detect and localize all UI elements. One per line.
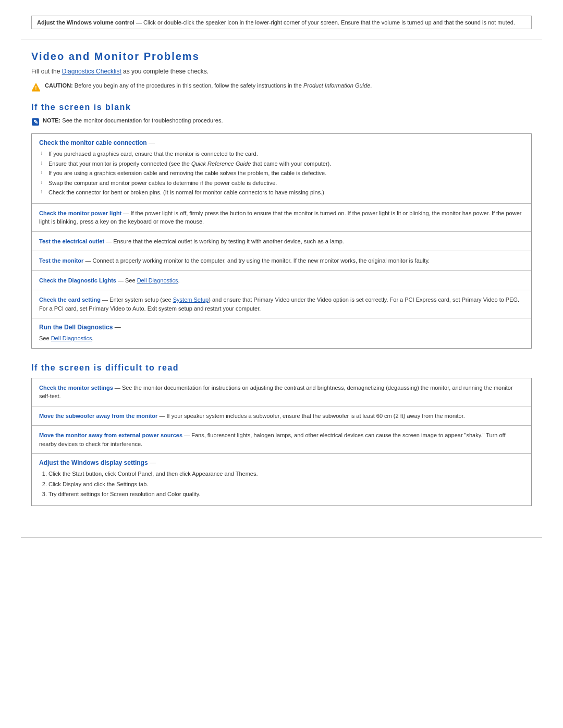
top-note-text: — Click or double-click the speaker icon… — [134, 19, 515, 26]
caution-end: . — [370, 82, 372, 89]
fill-out-prefix: Fill out the — [31, 68, 62, 75]
svg-text:✎: ✎ — [33, 119, 38, 125]
ordered-list-display: Click the Start button, click Control Pa… — [48, 470, 524, 499]
list-item: Ensure that your monitor is properly con… — [41, 159, 524, 168]
card-run-dell-body: See Dell Diagnostics. — [39, 334, 524, 343]
card-monitor-settings-body: Check the monitor settings — See the mon… — [39, 384, 524, 401]
bottom-divider — [21, 537, 542, 538]
card-electrical-outlet-title: Test the electrical outlet — [39, 238, 104, 244]
card-electrical-outlet-body: Test the electrical outlet — Ensure that… — [39, 237, 524, 246]
caution-italic: Product Information Guide — [303, 82, 370, 89]
note-icon: ✎ — [31, 118, 40, 126]
card-test-monitor-title: Test the monitor — [39, 257, 83, 264]
system-setup-link[interactable]: System Setup — [173, 297, 209, 303]
dell-diagnostics-link-1[interactable]: Dell Diagnostics — [137, 277, 178, 283]
card-diagnostic-lights-title: Check the Diagnostic Lights — [39, 277, 116, 283]
card-display-settings-title: Adjust the Windows display settings — — [39, 459, 524, 466]
card-card-setting: Check the card setting — Enter system se… — [32, 290, 531, 318]
card-diagnostic-lights-body: Check the Diagnostic Lights — See Dell D… — [39, 276, 524, 285]
fill-out-suffix: as you complete these checks. — [121, 68, 209, 75]
caution-body: Before you begin any of the procedures i… — [73, 82, 303, 89]
card-monitor-cable-title: Check the monitor cable connection — — [39, 139, 524, 146]
card-monitor-power-body: Check the monitor power light — If the p… — [39, 209, 524, 226]
card-test-monitor-body: Test the monitor — Connect a properly wo… — [39, 256, 524, 265]
card-monitor-power-title: Check the monitor power light — [39, 210, 121, 216]
top-note-bold: Adjust the Windows volume control — [37, 19, 134, 26]
card-run-dell-title-text: Run the Dell Diagnostics — [39, 324, 113, 331]
fill-out-text: Fill out the Diagnostics Checklist as yo… — [31, 68, 532, 75]
card-monitor-cable-title-text: Check the monitor cable connection — [39, 139, 147, 146]
card-electrical-outlet: Test the electrical outlet — Ensure that… — [32, 232, 531, 252]
card-run-dell-title: Run the Dell Diagnostics — — [39, 324, 524, 331]
list-item: If you purchased a graphics card, ensure… — [41, 150, 524, 158]
difficult-screen-cards: Check the monitor settings — See the mon… — [31, 378, 532, 506]
card-monitor-power: Check the monitor power light — If the p… — [32, 204, 531, 232]
top-divider — [21, 40, 542, 40]
list-item: Swap the computer and monitor power cabl… — [41, 179, 524, 188]
note-box: ✎ NOTE: See the monitor documentation fo… — [31, 117, 532, 126]
card-external-power-title: Move the monitor away from external powe… — [39, 432, 182, 438]
caution-text: CAUTION: Before you begin any of the pro… — [45, 82, 372, 89]
card-display-settings-title-text: Adjust the Windows display settings — [39, 459, 148, 466]
bullet-list-cable: If you purchased a graphics card, ensure… — [41, 150, 524, 197]
card-subwoofer-title: Move the subwoofer away from the monitor — [39, 413, 157, 419]
caution-box: ! CAUTION: Before you begin any of the p… — [31, 82, 532, 92]
caution-label: CAUTION: — [45, 82, 73, 89]
list-item: If you are using a graphics extension ca… — [41, 169, 524, 178]
card-card-setting-title: Check the card setting — [39, 297, 101, 303]
note-text: NOTE: See the monitor documentation for … — [43, 117, 223, 124]
card-run-dell: Run the Dell Diagnostics — See Dell Diag… — [32, 318, 531, 348]
card-subwoofer: Move the subwoofer away from the monitor… — [32, 406, 531, 426]
diagnostics-checklist-link[interactable]: Diagnostics Checklist — [62, 68, 121, 75]
card-display-settings: Adjust the Windows display settings — Cl… — [32, 454, 531, 505]
difficult-screen-title: If the screen is difficult to read — [31, 363, 532, 373]
list-item: Click the Start button, click Control Pa… — [48, 470, 524, 479]
card-monitor-settings-title: Check the monitor settings — [39, 385, 113, 391]
card-test-monitor: Test the monitor — Connect a properly wo… — [32, 251, 531, 271]
card-monitor-cable-body: If you purchased a graphics card, ensure… — [39, 150, 524, 197]
page-title: Video and Monitor Problems — [31, 51, 532, 63]
card-monitor-settings: Check the monitor settings — See the mon… — [32, 378, 531, 406]
card-external-power: Move the monitor away from external powe… — [32, 426, 531, 454]
dell-diagnostics-link-2[interactable]: Dell Diagnostics — [51, 335, 92, 341]
card-diagnostic-lights: Check the Diagnostic Lights — See Dell D… — [32, 271, 531, 291]
card-subwoofer-body: Move the subwoofer away from the monitor… — [39, 412, 524, 421]
caution-icon: ! — [31, 83, 41, 92]
blank-screen-cards: Check the monitor cable connection — If … — [31, 133, 532, 349]
blank-screen-title: If the screen is blank — [31, 103, 532, 112]
card-card-setting-body: Check the card setting — Enter system se… — [39, 295, 524, 313]
list-item: Click Display and click the Settings tab… — [48, 480, 524, 489]
svg-text:!: ! — [35, 85, 36, 91]
note-body: See the monitor documentation for troubl… — [60, 117, 223, 124]
list-item: Try different settings for Screen resolu… — [48, 490, 524, 499]
list-item: Check the connector for bent or broken p… — [41, 188, 524, 197]
note-label: NOTE: — [43, 117, 60, 124]
card-monitor-cable: Check the monitor cable connection — If … — [32, 134, 531, 204]
main-content: Video and Monitor Problems Fill out the … — [31, 51, 532, 522]
card-display-settings-body: Click the Start button, click Control Pa… — [39, 470, 524, 499]
top-note: Adjust the Windows volume control — Clic… — [31, 16, 532, 29]
card-external-power-body: Move the monitor away from external powe… — [39, 431, 524, 448]
